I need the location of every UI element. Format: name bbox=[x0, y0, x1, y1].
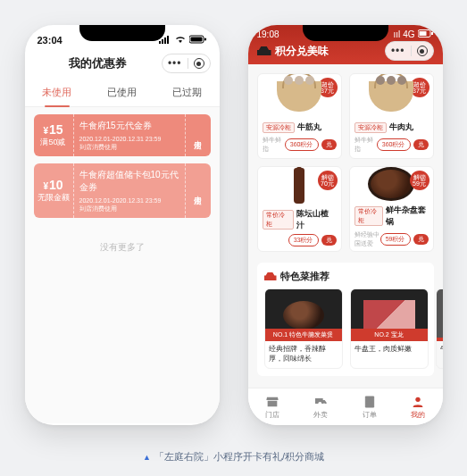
svg-rect-3 bbox=[167, 36, 169, 44]
dish-image bbox=[437, 289, 443, 341]
coupon-action[interactable]: 去使用 bbox=[186, 114, 211, 156]
dish-image bbox=[265, 289, 342, 341]
points-content: 超价 37元 安源冷柜 牛筋丸 鲜牛鲜指 360积分 兑 bbox=[248, 64, 443, 388]
close-icon[interactable] bbox=[417, 46, 428, 56]
figure-caption: ▲「左庭右院」小程序开卡有礼/积分商城 bbox=[0, 450, 467, 463]
product-tag: 安源冷柜 bbox=[354, 122, 387, 133]
product-points: 59积分 bbox=[380, 233, 411, 246]
notch bbox=[303, 25, 388, 41]
price-badge: 解锁 59元 bbox=[410, 171, 429, 190]
product-card[interactable]: 超价 37元 安源冷柜 牛肉丸 鲜牛鲜指 360积分 兑 bbox=[349, 73, 434, 159]
tab-expired[interactable]: 已过期 bbox=[154, 79, 220, 106]
coupon-note: 到店消费使用 bbox=[79, 143, 179, 151]
product-sub: 鲜经验中国送爱 bbox=[354, 230, 380, 248]
miniapp-capsule[interactable]: ••• bbox=[162, 54, 211, 73]
product-sub: 鲜牛鲜指 bbox=[354, 136, 377, 154]
dish-card[interactable]: 经典招牌，香辣醇厚，回味绵长 bbox=[264, 288, 343, 369]
orders-icon bbox=[363, 395, 377, 409]
tab-used[interactable]: 已使用 bbox=[89, 79, 154, 106]
delivery-icon bbox=[313, 395, 328, 409]
brand-cow-icon bbox=[257, 46, 271, 55]
product-tag: 常价冷柜 bbox=[263, 210, 295, 230]
coupon-amount: 15 bbox=[43, 122, 63, 137]
coupon-action[interactable]: 去使用 bbox=[186, 163, 211, 218]
coupon-dates: 2020.12.01-2020.12.31 23:59 bbox=[79, 196, 179, 205]
product-name: 牛肉丸 bbox=[389, 121, 413, 133]
triangle-icon: ▲ bbox=[143, 453, 151, 462]
featured-section: 特色菜推荐 经典招牌，香辣醇厚，回味绵长 牛盘王，肉质鲜嫩 bbox=[257, 263, 434, 376]
page-title: 积分兑美味 bbox=[275, 44, 329, 59]
svg-rect-1 bbox=[162, 39, 163, 44]
page-title: 我的优惠券 bbox=[34, 55, 162, 71]
coupon-item[interactable]: 15 满50减 牛食府15元代金券 2020.12.01-2020.12.31 … bbox=[34, 114, 211, 156]
notch bbox=[79, 25, 165, 41]
signal-icon: ııl bbox=[393, 29, 400, 39]
dish-card[interactable]: 牛 bbox=[436, 288, 443, 369]
product-card[interactable]: 超价 37元 安源冷柜 牛筋丸 鲜牛鲜指 360积分 兑 bbox=[257, 73, 342, 159]
product-points: 360积分 bbox=[377, 138, 411, 151]
product-name: 鲜牛杂盘套锅 bbox=[386, 205, 428, 228]
product-points: 360积分 bbox=[285, 138, 319, 151]
coupon-amount-sub: 满50减 bbox=[40, 137, 65, 148]
svg-rect-5 bbox=[190, 38, 202, 42]
network-label: 4G bbox=[403, 29, 414, 39]
dish-line1: 牛盘王，肉质鲜嫩 bbox=[354, 344, 424, 354]
battery-icon bbox=[418, 29, 434, 39]
phone-points-mall: 19:08 ııl 4G 积分兑美味 ••• bbox=[248, 25, 443, 425]
nav-store[interactable]: 门店 bbox=[248, 388, 297, 425]
coupon-amount-sub: 无限金额 bbox=[38, 192, 70, 204]
redeem-button[interactable]: 兑 bbox=[321, 139, 337, 150]
more-icon[interactable]: ••• bbox=[168, 57, 182, 70]
nav-me[interactable]: 我的 bbox=[394, 388, 443, 425]
dish-line1: 经典招牌，香辣醇厚，回味绵长 bbox=[269, 344, 338, 363]
battery-icon bbox=[189, 35, 207, 46]
product-card[interactable]: 解锁 70元 常价冷柜 陈坛山楂汁 33积分 兑 bbox=[257, 166, 342, 252]
product-name: 牛筋丸 bbox=[297, 121, 321, 133]
wifi-icon bbox=[174, 35, 187, 46]
coupon-item[interactable]: 10 无限金额 牛食府超值储卡包10元代金券 2020.12.01-2020.1… bbox=[34, 163, 211, 218]
brand-cow-icon bbox=[264, 272, 277, 280]
dish-card[interactable]: 牛盘王，肉质鲜嫩 bbox=[350, 288, 429, 369]
product-tag: 常价冷柜 bbox=[354, 206, 384, 226]
phone-coupons: 23:04 我的优惠券 ••• 未使用 已使用 已过期 bbox=[25, 25, 220, 425]
pot-icon bbox=[368, 167, 414, 201]
svg-rect-9 bbox=[431, 32, 433, 35]
redeem-button[interactable]: 兑 bbox=[321, 235, 337, 246]
miniapp-capsule[interactable]: ••• bbox=[385, 41, 434, 61]
product-card[interactable]: 解锁 59元 常价冷柜 鲜牛杂盘套锅 鲜经验中国送爱 59积分 兑 bbox=[349, 166, 434, 252]
bottle-icon bbox=[294, 168, 304, 204]
tab-unused[interactable]: 未使用 bbox=[25, 79, 90, 106]
svg-rect-2 bbox=[164, 38, 166, 44]
product-name: 陈坛山楂汁 bbox=[296, 208, 336, 231]
section-title: 特色菜推荐 bbox=[280, 270, 329, 283]
nav-delivery[interactable]: 外卖 bbox=[296, 388, 346, 425]
store-icon bbox=[265, 395, 279, 409]
coupon-note: 到店消费使用 bbox=[79, 205, 179, 213]
redeem-button[interactable]: 兑 bbox=[413, 234, 429, 245]
coupon-list: 15 满50减 牛食府15元代金券 2020.12.01-2020.12.31 … bbox=[25, 107, 220, 423]
user-icon bbox=[411, 395, 425, 409]
svg-point-10 bbox=[416, 397, 421, 401]
page-header: 积分兑美味 ••• bbox=[257, 40, 434, 62]
nav-orders[interactable]: 订单 bbox=[346, 388, 395, 425]
coupon-title: 牛食府超值储卡包10元代金券 bbox=[79, 169, 179, 194]
product-points: 33积分 bbox=[288, 234, 319, 246]
product-tag: 安源冷柜 bbox=[263, 122, 295, 133]
price-badge: 解锁 70元 bbox=[318, 171, 338, 190]
svg-rect-8 bbox=[419, 31, 426, 36]
redeem-button[interactable]: 兑 bbox=[413, 139, 429, 150]
coupon-title: 牛食府15元代金券 bbox=[79, 120, 179, 132]
product-sub: 鲜牛鲜指 bbox=[263, 136, 285, 154]
svg-rect-0 bbox=[159, 41, 161, 44]
svg-rect-6 bbox=[204, 38, 206, 41]
page-header: 我的优惠券 ••• bbox=[25, 50, 220, 79]
dish-line1: 牛 bbox=[440, 344, 443, 354]
coupon-tabs: 未使用 已使用 已过期 bbox=[25, 79, 220, 107]
status-time: 23:04 bbox=[38, 35, 63, 46]
status-time: 19:08 bbox=[257, 29, 279, 39]
coupon-dates: 2020.12.01-2020.12.31 23:59 bbox=[79, 135, 179, 143]
dish-scroller[interactable]: 经典招牌，香辣醇厚，回味绵长 牛盘王，肉质鲜嫩 牛 bbox=[264, 288, 427, 369]
more-icon[interactable]: ••• bbox=[391, 45, 405, 57]
dish-image bbox=[351, 289, 428, 341]
close-icon[interactable] bbox=[194, 58, 204, 69]
